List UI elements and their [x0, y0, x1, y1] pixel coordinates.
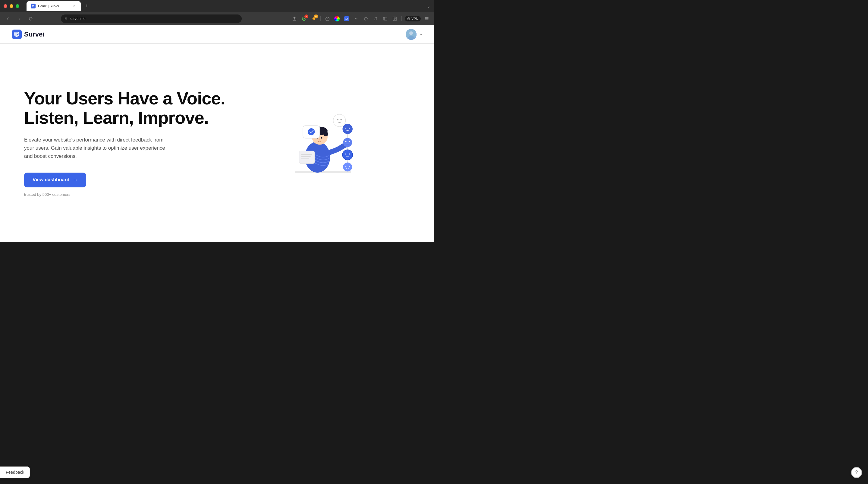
window-controls-right: ⌄ — [427, 4, 430, 8]
extension-notifications-button[interactable]: 1 — [301, 15, 308, 22]
svg-point-32 — [308, 128, 315, 135]
expand-icon: ⌄ — [427, 4, 430, 8]
user-dropdown-arrow[interactable]: ▾ — [420, 32, 422, 36]
user-avatar[interactable] — [406, 29, 416, 40]
hero-content: Your Users Have a Voice. Listen, Learn, … — [24, 89, 236, 197]
svg-rect-0 — [32, 4, 35, 7]
svg-point-45 — [345, 153, 347, 154]
toolbar-right: 1 12 17 — [291, 15, 430, 22]
navigation-bar: ⛨ survei.me 1 — [0, 12, 434, 25]
svg-point-28 — [321, 137, 322, 139]
downloads-button[interactable] — [391, 15, 398, 22]
address-bar[interactable]: ⛨ survei.me — [61, 15, 242, 23]
shield-button[interactable] — [362, 15, 370, 22]
color-wheel-button[interactable] — [333, 15, 341, 22]
tab-bar: Home | Survei ✕ + — [24, 1, 93, 11]
url-text: survei.me — [70, 17, 85, 21]
logo-text: Survei — [24, 30, 44, 38]
hero-subtext: Elevate your website's performance with … — [24, 136, 169, 161]
hero-svg — [278, 101, 368, 185]
header-right: ▾ — [406, 29, 422, 40]
notification-badge-1: 1 — [304, 15, 308, 19]
arrow-icon: → — [72, 177, 78, 183]
trust-text: trusted by 500+ customers — [24, 192, 70, 197]
svg-point-35 — [340, 119, 342, 120]
minimize-window-button[interactable] — [10, 4, 13, 8]
website: Survei — [0, 25, 434, 242]
svg-point-50 — [349, 165, 350, 167]
browser-chrome: Home | Survei ✕ + ⌄ ⛨ — [0, 0, 434, 25]
color-icon — [334, 16, 340, 22]
svg-point-46 — [349, 153, 350, 154]
view-dashboard-button[interactable]: View dashboard → — [24, 173, 86, 188]
svg-rect-51 — [299, 151, 315, 164]
svg-point-41 — [345, 141, 347, 142]
calendar-icon: 17 — [344, 16, 349, 21]
svg-point-42 — [349, 141, 350, 142]
extension-alerts-button[interactable]: 12 — [310, 15, 317, 22]
notification-badge-2: 12 — [314, 15, 318, 19]
logo-icon — [12, 30, 22, 39]
page-wrapper: Survei — [0, 25, 434, 242]
svg-point-19 — [409, 31, 413, 35]
svg-point-44 — [342, 150, 352, 160]
close-window-button[interactable] — [4, 4, 7, 8]
compass-button[interactable] — [324, 15, 331, 22]
svg-rect-2 — [32, 6, 33, 6]
toolbar-separator-2 — [401, 16, 402, 21]
illustration-container — [278, 101, 368, 185]
sidebar-button[interactable] — [381, 15, 389, 22]
hero-illustration — [236, 101, 410, 185]
svg-point-39 — [349, 127, 350, 129]
traffic-lights — [4, 4, 19, 8]
tab-close-button[interactable]: ✕ — [72, 4, 76, 8]
svg-point-7 — [376, 19, 377, 20]
new-tab-button[interactable]: + — [83, 2, 91, 10]
svg-point-33 — [333, 114, 346, 126]
svg-rect-1 — [32, 5, 34, 6]
hero-section: Your Users Have a Voice. Listen, Learn, … — [0, 44, 434, 242]
logo[interactable]: Survei — [12, 30, 44, 39]
svg-point-37 — [342, 124, 352, 134]
svg-point-34 — [337, 119, 338, 120]
svg-rect-21 — [295, 171, 351, 173]
calendar-button[interactable]: 17 — [343, 15, 350, 22]
svg-point-6 — [374, 19, 375, 20]
tab-favicon — [31, 4, 36, 8]
site-header: Survei — [0, 25, 434, 44]
forward-button[interactable] — [15, 15, 24, 23]
vpn-label: VPN — [411, 17, 418, 21]
extensions-dropdown-button[interactable] — [352, 15, 360, 22]
title-bar: Home | Survei ✕ + ⌄ — [0, 0, 434, 12]
security-icon: ⛨ — [64, 17, 68, 21]
svg-point-5 — [327, 19, 328, 19]
hero-headline: Your Users Have a Voice. Listen, Learn, … — [24, 89, 236, 127]
share-button[interactable] — [291, 15, 298, 22]
cta-label: View dashboard — [33, 177, 69, 182]
reload-button[interactable] — [27, 15, 35, 23]
svg-point-38 — [345, 127, 347, 129]
maximize-window-button[interactable] — [16, 4, 19, 8]
svg-rect-8 — [383, 17, 387, 20]
menu-button[interactable] — [423, 15, 430, 22]
tab-title: Home | Survei — [38, 4, 70, 8]
svg-point-49 — [345, 165, 347, 167]
toolbar-separator — [320, 16, 321, 21]
browser-tab-active[interactable]: Home | Survei ✕ — [27, 1, 81, 11]
svg-point-26 — [324, 132, 328, 136]
svg-point-48 — [343, 162, 352, 171]
svg-rect-17 — [14, 32, 19, 36]
svg-point-40 — [343, 138, 352, 147]
back-button[interactable] — [4, 15, 12, 23]
vpn-button[interactable]: VPN — [405, 16, 421, 22]
music-button[interactable] — [372, 15, 379, 22]
